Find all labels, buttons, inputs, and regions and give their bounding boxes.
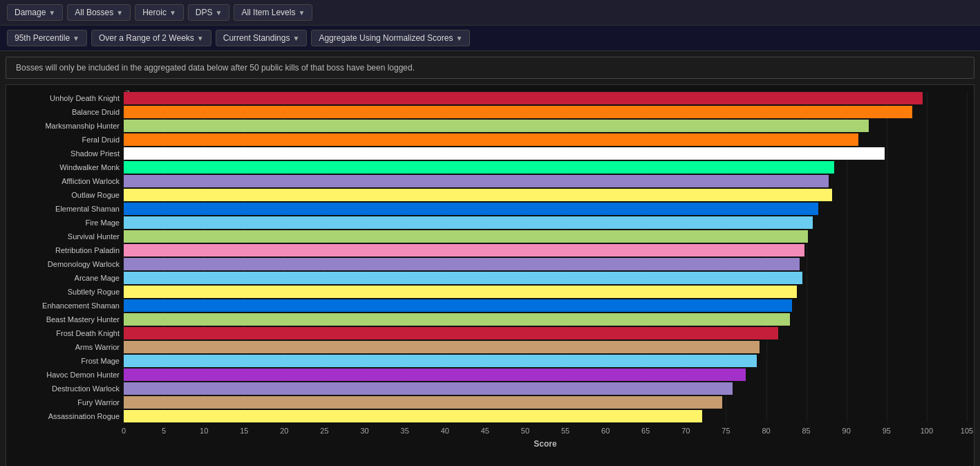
x-axis-label: Score — [124, 439, 967, 449]
filter-btn-arrow-percentile: ▼ — [73, 35, 79, 42]
bar-row: Beast Mastery Hunter — [124, 313, 967, 326]
bar-fill-12 — [124, 258, 800, 270]
bar-fill-21 — [124, 382, 733, 395]
bar-label-8: Elemental Shaman — [9, 205, 120, 213]
filter-btn-standings[interactable]: Current Standings▼ — [216, 30, 308, 46]
bar-row: Demonology Warlock — [124, 258, 967, 270]
bar-label-10: Survival Hunter — [9, 232, 120, 241]
bar-fill-17 — [124, 327, 778, 339]
filter-btn-aggregate[interactable]: Aggregate Using Normalized Scores▼ — [311, 30, 470, 46]
bar-label-6: Affliction Warlock — [9, 177, 120, 185]
bar-fill-7 — [124, 189, 832, 201]
bar-fill-8 — [124, 203, 818, 215]
nav-btn-label-all-bosses: All Bosses — [75, 8, 113, 17]
bar-fill-4 — [124, 147, 885, 160]
x-tick: 55 — [561, 427, 569, 435]
bar-fill-20 — [124, 369, 746, 381]
bar-label-0: Unholy Death Knight — [9, 94, 120, 102]
bar-track-3 — [124, 133, 967, 146]
bar-row: Subtlety Rogue — [124, 286, 967, 298]
bar-label-1: Balance Druid — [9, 108, 120, 116]
x-tick: 50 — [521, 427, 529, 435]
bar-row: Shadow Priest — [124, 147, 967, 160]
bar-label-15: Enhancement Shaman — [9, 301, 120, 310]
bar-track-19 — [124, 355, 967, 367]
bar-row: Feral Druid — [124, 133, 967, 146]
bar-track-7 — [124, 189, 967, 201]
nav-btn-heroic[interactable]: Heroic▼ — [135, 4, 184, 21]
x-tick: 35 — [401, 427, 409, 435]
filter-btn-label-aggregate: Aggregate Using Normalized Scores — [319, 33, 453, 43]
filter-btn-arrow-standings: ▼ — [292, 35, 299, 42]
bar-label-14: Subtlety Rogue — [9, 288, 120, 296]
bar-track-17 — [124, 327, 967, 339]
chart-container: Zoom Unholy Death KnightBalance DruidMar… — [6, 84, 974, 466]
nav-btn-label-item-levels: All Item Levels — [241, 8, 295, 17]
x-tick: 80 — [762, 427, 770, 435]
bar-row: Arms Warrior — [124, 341, 967, 353]
filter-btn-arrow-aggregate: ▼ — [455, 35, 462, 42]
bar-row: Enhancement Shaman — [124, 299, 967, 312]
filter-btn-percentile[interactable]: 95th Percentile▼ — [7, 30, 87, 46]
bar-label-2: Marksmanship Hunter — [9, 122, 120, 130]
filter-bar: 95th Percentile▼Over a Range of 2 Weeks▼… — [0, 26, 980, 51]
bar-row: Unholy Death Knight — [124, 92, 967, 104]
filter-btn-label-standings: Current Standings — [223, 33, 290, 43]
nav-btn-item-levels[interactable]: All Item Levels▼ — [234, 4, 312, 21]
bar-label-3: Feral Druid — [9, 136, 120, 144]
bar-track-14 — [124, 286, 967, 298]
bar-fill-22 — [124, 396, 722, 409]
x-tick: 5 — [162, 427, 166, 435]
bar-fill-14 — [124, 286, 797, 298]
filter-btn-time-range[interactable]: Over a Range of 2 Weeks▼ — [91, 30, 211, 46]
bar-label-4: Shadow Priest — [9, 149, 120, 158]
nav-btn-label-damage: Damage — [15, 8, 46, 17]
bar-row: Fire Mage — [124, 216, 967, 229]
bar-row: Assassination Rogue — [124, 410, 967, 422]
x-tick: 70 — [681, 427, 690, 435]
bar-fill-19 — [124, 355, 757, 367]
nav-btn-dps[interactable]: DPS▼ — [188, 4, 230, 21]
bar-track-20 — [124, 369, 967, 381]
x-tick: 85 — [802, 427, 810, 435]
nav-btn-all-bosses[interactable]: All Bosses▼ — [67, 4, 131, 21]
bar-label-11: Retribution Paladin — [9, 246, 120, 254]
bar-fill-16 — [124, 313, 790, 326]
bar-label-17: Frost Death Knight — [9, 329, 120, 337]
x-tick: 105 — [961, 427, 973, 435]
x-tick: 30 — [360, 427, 368, 435]
bar-fill-23 — [124, 410, 702, 422]
bar-row: Windwalker Monk — [124, 161, 967, 174]
bar-fill-15 — [124, 299, 792, 312]
x-tick-container: 0510152025303540455055606570758085909510… — [124, 427, 967, 436]
bar-track-21 — [124, 382, 967, 395]
bar-track-12 — [124, 258, 967, 270]
bar-track-13 — [124, 272, 967, 284]
nav-btn-damage[interactable]: Damage▼ — [7, 4, 63, 21]
x-tick: 10 — [200, 427, 208, 435]
bar-track-18 — [124, 341, 967, 353]
bar-track-22 — [124, 396, 967, 409]
bar-row: Elemental Shaman — [124, 203, 967, 215]
nav-btn-arrow-heroic: ▼ — [169, 9, 176, 17]
bar-track-15 — [124, 299, 967, 312]
bar-fill-13 — [124, 272, 802, 284]
bar-fill-9 — [124, 216, 813, 229]
x-tick: 90 — [842, 427, 851, 435]
bar-label-19: Frost Mage — [9, 357, 120, 365]
filter-btn-label-time-range: Over a Range of 2 Weeks — [99, 33, 194, 43]
bar-fill-5 — [124, 161, 834, 174]
bar-label-22: Fury Warrior — [9, 398, 120, 407]
bar-track-0 — [124, 92, 967, 104]
bar-track-11 — [124, 244, 967, 257]
bar-row: Frost Death Knight — [124, 327, 967, 339]
x-tick: 60 — [601, 427, 610, 435]
bar-label-18: Arms Warrior — [9, 343, 120, 351]
x-axis: 0510152025303540455055606570758085909510… — [124, 425, 967, 436]
bar-label-9: Fire Mage — [9, 218, 120, 227]
bar-fill-18 — [124, 341, 760, 353]
bar-row: Retribution Paladin — [124, 244, 967, 257]
nav-btn-arrow-damage: ▼ — [48, 9, 55, 17]
bar-label-20: Havoc Demon Hunter — [9, 371, 120, 379]
bar-row: Affliction Warlock — [124, 175, 967, 187]
